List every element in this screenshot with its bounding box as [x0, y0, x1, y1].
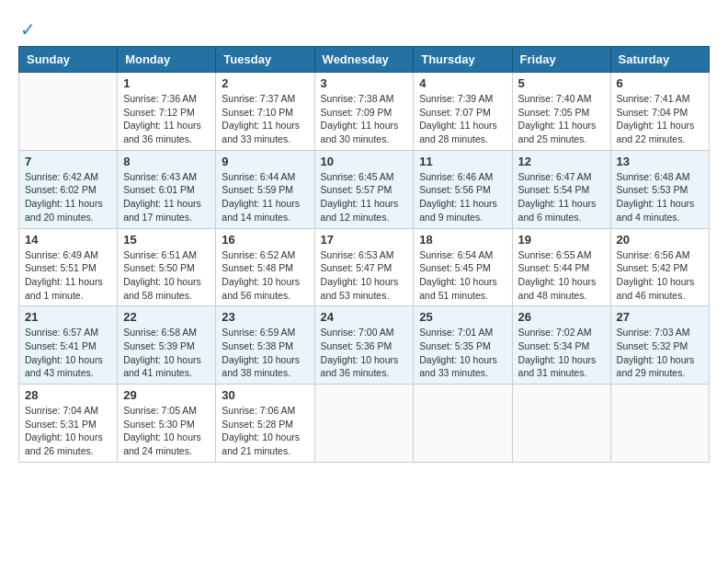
calendar-cell: 19 Sunrise: 6:55 AMSunset: 5:44 PMDaylig…: [512, 228, 610, 306]
day-number: 6: [617, 76, 703, 90]
day-number: 2: [222, 76, 308, 90]
calendar-cell: 6 Sunrise: 7:41 AMSunset: 7:04 PMDayligh…: [610, 73, 709, 151]
header-thursday: Thursday: [414, 47, 512, 73]
day-number: 4: [419, 76, 506, 90]
day-info: Sunrise: 7:05 AMSunset: 5:30 PMDaylight:…: [123, 404, 210, 458]
day-info: Sunrise: 6:54 AMSunset: 5:45 PMDaylight:…: [419, 248, 506, 303]
day-info: Sunrise: 6:43 AMSunset: 6:01 PMDaylight:…: [123, 170, 210, 224]
calendar-cell: 18 Sunrise: 6:54 AMSunset: 5:45 PMDaylig…: [414, 228, 512, 306]
day-number: 19: [518, 233, 605, 247]
day-info: Sunrise: 6:46 AMSunset: 5:56 PMDaylight:…: [419, 170, 506, 224]
calendar-cell: 9 Sunrise: 6:44 AMSunset: 5:59 PMDayligh…: [216, 150, 314, 228]
calendar-cell: 5 Sunrise: 7:40 AMSunset: 7:05 PMDayligh…: [512, 73, 610, 151]
day-info: Sunrise: 6:53 AMSunset: 5:47 PMDaylight:…: [321, 248, 408, 303]
day-number: 14: [25, 233, 111, 247]
day-info: Sunrise: 6:45 AMSunset: 5:57 PMDaylight:…: [321, 170, 408, 224]
day-info: Sunrise: 6:59 AMSunset: 5:38 PMDaylight:…: [222, 326, 308, 380]
calendar-cell: 8 Sunrise: 6:43 AMSunset: 6:01 PMDayligh…: [118, 150, 216, 228]
calendar-cell: 4 Sunrise: 7:39 AMSunset: 7:07 PMDayligh…: [414, 73, 512, 151]
day-info: Sunrise: 7:41 AMSunset: 7:04 PMDaylight:…: [617, 92, 703, 146]
calendar-cell: 20 Sunrise: 6:56 AMSunset: 5:42 PMDaylig…: [610, 228, 709, 306]
day-info: Sunrise: 6:49 AMSunset: 5:51 PMDaylight:…: [25, 248, 111, 303]
day-info: Sunrise: 7:00 AMSunset: 5:36 PMDaylight:…: [321, 326, 408, 380]
calendar-week-row: 14 Sunrise: 6:49 AMSunset: 5:51 PMDaylig…: [19, 228, 710, 306]
calendar-cell: 10 Sunrise: 6:45 AMSunset: 5:57 PMDaylig…: [314, 150, 414, 228]
calendar-cell: [512, 385, 610, 463]
day-number: 5: [518, 76, 605, 90]
day-number: 18: [419, 233, 506, 247]
day-number: 29: [123, 388, 210, 402]
calendar-week-row: 7 Sunrise: 6:42 AMSunset: 6:02 PMDayligh…: [19, 150, 710, 228]
calendar-cell: 12 Sunrise: 6:47 AMSunset: 5:54 PMDaylig…: [512, 150, 610, 228]
day-number: 25: [419, 310, 506, 324]
day-number: 23: [222, 310, 308, 324]
day-info: Sunrise: 6:47 AMSunset: 5:54 PMDaylight:…: [518, 170, 605, 224]
calendar-cell: [610, 385, 709, 463]
day-number: 20: [617, 233, 703, 247]
day-info: Sunrise: 7:40 AMSunset: 7:05 PMDaylight:…: [518, 92, 605, 146]
day-info: Sunrise: 7:37 AMSunset: 7:10 PMDaylight:…: [222, 92, 308, 146]
calendar-cell: 11 Sunrise: 6:46 AMSunset: 5:56 PMDaylig…: [414, 150, 512, 228]
day-number: 15: [123, 233, 210, 247]
calendar-cell: 24 Sunrise: 7:00 AMSunset: 5:36 PMDaylig…: [314, 306, 414, 385]
day-number: 9: [222, 155, 308, 168]
day-info: Sunrise: 6:52 AMSunset: 5:48 PMDaylight:…: [222, 248, 308, 303]
day-number: 17: [321, 233, 408, 247]
header-wednesday: Wednesday: [314, 47, 414, 73]
header-monday: Monday: [118, 47, 216, 73]
day-number: 1: [123, 76, 210, 90]
calendar-header-row: SundayMondayTuesdayWednesdayThursdayFrid…: [19, 47, 710, 73]
calendar-week-row: 21 Sunrise: 6:57 AMSunset: 5:41 PMDaylig…: [19, 306, 710, 385]
calendar-cell: 21 Sunrise: 6:57 AMSunset: 5:41 PMDaylig…: [19, 306, 118, 385]
calendar-cell: 27 Sunrise: 7:03 AMSunset: 5:32 PMDaylig…: [610, 306, 709, 385]
calendar-cell: 26 Sunrise: 7:02 AMSunset: 5:34 PMDaylig…: [512, 306, 610, 385]
calendar-week-row: 1 Sunrise: 7:36 AMSunset: 7:12 PMDayligh…: [19, 73, 710, 151]
day-info: Sunrise: 6:57 AMSunset: 5:41 PMDaylight:…: [25, 326, 111, 380]
day-number: 24: [321, 310, 408, 324]
header-sunday: Sunday: [19, 47, 118, 73]
calendar-cell: [19, 73, 118, 151]
day-info: Sunrise: 6:42 AMSunset: 6:02 PMDaylight:…: [25, 170, 111, 224]
day-info: Sunrise: 6:44 AMSunset: 5:59 PMDaylight:…: [222, 170, 308, 224]
day-number: 27: [617, 310, 703, 324]
calendar-table: SundayMondayTuesdayWednesdayThursdayFrid…: [18, 46, 710, 463]
day-number: 7: [25, 155, 111, 168]
calendar-cell: 28 Sunrise: 7:04 AMSunset: 5:31 PMDaylig…: [19, 385, 118, 463]
day-info: Sunrise: 7:01 AMSunset: 5:35 PMDaylight:…: [419, 326, 506, 380]
day-info: Sunrise: 6:58 AMSunset: 5:39 PMDaylight:…: [123, 326, 210, 380]
day-number: 10: [321, 155, 408, 168]
day-info: Sunrise: 7:06 AMSunset: 5:28 PMDaylight:…: [222, 404, 308, 458]
header-friday: Friday: [512, 47, 610, 73]
day-info: Sunrise: 7:36 AMSunset: 7:12 PMDaylight:…: [123, 92, 210, 146]
calendar-cell: 16 Sunrise: 6:52 AMSunset: 5:48 PMDaylig…: [216, 228, 314, 306]
day-info: Sunrise: 6:56 AMSunset: 5:42 PMDaylight:…: [617, 248, 703, 303]
calendar-cell: [314, 385, 414, 463]
day-info: Sunrise: 7:04 AMSunset: 5:31 PMDaylight:…: [25, 404, 111, 458]
day-info: Sunrise: 7:39 AMSunset: 7:07 PMDaylight:…: [419, 92, 506, 146]
day-number: 12: [518, 155, 605, 168]
day-number: 13: [617, 155, 703, 168]
calendar-week-row: 28 Sunrise: 7:04 AMSunset: 5:31 PMDaylig…: [19, 385, 710, 463]
calendar-cell: 14 Sunrise: 6:49 AMSunset: 5:51 PMDaylig…: [19, 228, 118, 306]
header-tuesday: Tuesday: [216, 47, 314, 73]
day-info: Sunrise: 7:02 AMSunset: 5:34 PMDaylight:…: [518, 326, 605, 380]
calendar-cell: 13 Sunrise: 6:48 AMSunset: 5:53 PMDaylig…: [610, 150, 709, 228]
logo: ✓: [18, 18, 36, 37]
day-info: Sunrise: 6:51 AMSunset: 5:50 PMDaylight:…: [123, 248, 210, 303]
calendar-cell: 30 Sunrise: 7:06 AMSunset: 5:28 PMDaylig…: [216, 385, 314, 463]
calendar-cell: [414, 385, 512, 463]
day-number: 11: [419, 155, 506, 168]
calendar-cell: 23 Sunrise: 6:59 AMSunset: 5:38 PMDaylig…: [216, 306, 314, 385]
logo-bird-icon: ✓: [20, 18, 36, 40]
day-info: Sunrise: 7:38 AMSunset: 7:09 PMDaylight:…: [321, 92, 408, 146]
calendar-cell: 3 Sunrise: 7:38 AMSunset: 7:09 PMDayligh…: [314, 73, 414, 151]
day-number: 30: [222, 388, 308, 402]
day-number: 16: [222, 233, 308, 247]
calendar-cell: 25 Sunrise: 7:01 AMSunset: 5:35 PMDaylig…: [414, 306, 512, 385]
calendar-cell: 15 Sunrise: 6:51 AMSunset: 5:50 PMDaylig…: [118, 228, 216, 306]
day-info: Sunrise: 6:48 AMSunset: 5:53 PMDaylight:…: [617, 170, 703, 224]
day-number: 8: [123, 155, 210, 168]
day-number: 22: [123, 310, 210, 324]
day-number: 21: [25, 310, 111, 324]
page-header: ✓: [18, 18, 710, 37]
